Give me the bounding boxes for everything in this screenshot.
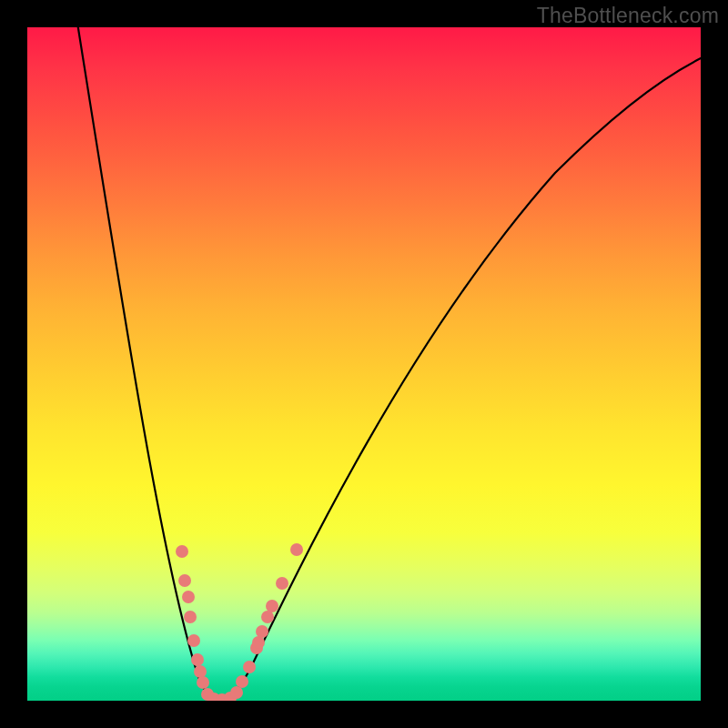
sample-point — [176, 545, 188, 558]
plot-area — [27, 27, 701, 701]
sample-point — [256, 625, 268, 638]
sample-point — [191, 653, 204, 666]
sample-points-group — [176, 543, 303, 701]
sample-point — [290, 543, 303, 556]
sample-point — [276, 577, 288, 590]
sample-point — [182, 591, 195, 603]
bottleneck-curve — [77, 27, 701, 701]
sample-point — [194, 665, 207, 678]
chart-svg — [27, 27, 701, 701]
watermark-text: TheBottleneck.com — [537, 4, 719, 28]
sample-point — [252, 636, 265, 649]
sample-point — [184, 611, 197, 623]
sample-point — [243, 661, 256, 673]
sample-point — [236, 675, 248, 688]
sample-point — [197, 676, 209, 689]
sample-point — [178, 574, 191, 587]
sample-point — [230, 686, 243, 699]
sample-point — [187, 634, 200, 647]
chart-frame: TheBottleneck.com — [0, 0, 728, 728]
sample-point — [261, 611, 274, 623]
sample-point — [266, 600, 278, 612]
